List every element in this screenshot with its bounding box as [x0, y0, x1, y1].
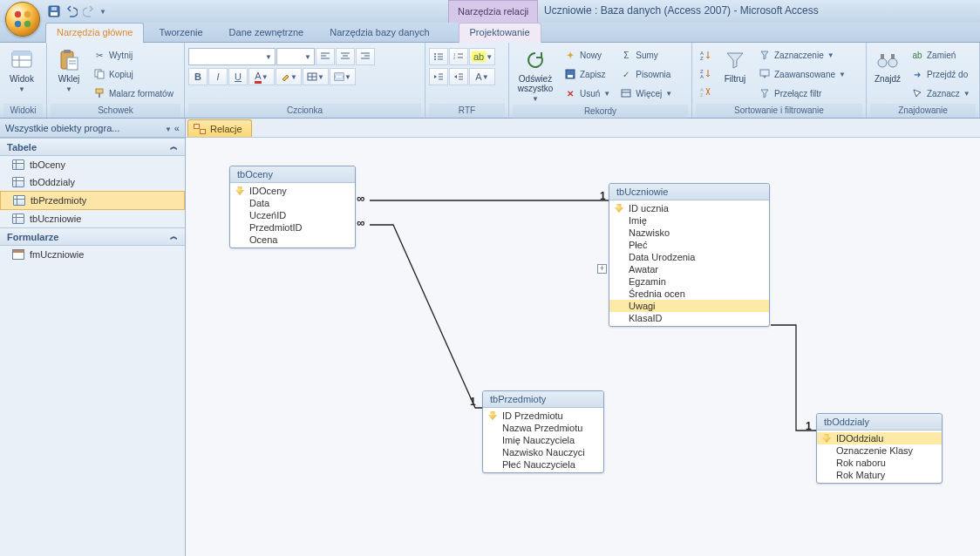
cut-button[interactable]: ✂Wytnij — [90, 46, 177, 64]
tab-database-tools[interactable]: Narzędzia bazy danych — [318, 23, 440, 43]
undo-icon[interactable] — [65, 4, 78, 18]
cardinality-many: ∞ — [357, 192, 364, 205]
field-idoceny[interactable]: IDOceny — [230, 185, 355, 197]
fill-color-button[interactable]: ▼ — [276, 68, 302, 85]
navpane-table-tboceny[interactable]: tbOceny — [0, 156, 185, 173]
field-rokmatury[interactable]: Rok Matury — [817, 469, 942, 481]
field-przedmiotid[interactable]: PrzedmiotID — [230, 221, 355, 234]
new-record-button[interactable]: ✦Nowy — [561, 46, 614, 64]
navpane-category-forms[interactable]: Formularze︽ — [0, 227, 185, 246]
filter-button[interactable]: Filtruj — [718, 46, 752, 85]
svg-rect-64 — [881, 54, 884, 59]
tab-create[interactable]: Tworzenie — [147, 23, 214, 43]
text-highlight-button[interactable]: ab▼ — [469, 48, 495, 65]
navigation-pane: Wszystkie obiekty progra...▼ « Tabele︽ t… — [0, 119, 186, 556]
field-awatar[interactable]: +Awatar — [609, 263, 769, 275]
view-button[interactable]: Widok▼ — [3, 46, 40, 95]
field-egzamin[interactable]: Egzamin — [609, 275, 769, 288]
tab-external-data[interactable]: Dane zewnętrzne — [218, 23, 316, 43]
field-klasaid[interactable]: KlasaID — [609, 312, 769, 324]
relbox-field-list: IDOceny Data UczeńID PrzedmiotID Ocena — [230, 183, 355, 247]
font-color-button[interactable]: A▼ — [248, 68, 275, 85]
bullets-button[interactable] — [429, 48, 448, 65]
field-nazwisko[interactable]: Nazwisko — [609, 227, 769, 239]
find-button[interactable]: Znajdź — [870, 46, 905, 85]
navpane-table-tbuczniowie[interactable]: tbUczniowie — [0, 210, 185, 227]
decrease-indent-button[interactable] — [429, 68, 448, 85]
field-uwagi[interactable]: Uwagi — [609, 300, 769, 312]
sort-asc-button[interactable]: AZ — [696, 46, 715, 64]
save-icon[interactable] — [47, 4, 61, 18]
field-roknaboru[interactable]: Rok naboru — [817, 457, 942, 469]
underline-button[interactable]: U — [228, 68, 248, 85]
advanced-filter-button[interactable]: Zaawansowane ▼ — [755, 65, 849, 83]
binoculars-icon — [875, 48, 900, 72]
navpane-category-tables[interactable]: Tabele︽ — [0, 138, 185, 156]
align-left-button[interactable] — [316, 48, 335, 65]
field-idprzedmiotu[interactable]: ID Przedmiotu — [483, 410, 603, 422]
italic-button[interactable]: I — [208, 68, 228, 85]
sort-desc-button[interactable]: ZA — [696, 64, 715, 82]
relbox-tboceny[interactable]: tbOceny IDOceny Data UczeńID PrzedmiotID… — [229, 166, 356, 248]
gridlines-button[interactable]: ▼ — [303, 68, 329, 85]
goto-button[interactable]: ➜Przejdź do — [908, 65, 974, 83]
field-iducznia[interactable]: ID ucznia — [609, 202, 769, 214]
field-oznaczenieklasy[interactable]: Oznaczenie Klasy — [817, 444, 942, 457]
group-sortfilter: AZ ZA AZ Filtruj Zaznaczenie ▼ Zaawansow… — [692, 43, 867, 118]
field-plec[interactable]: Płeć — [609, 239, 769, 251]
delete-record-button[interactable]: ✕Usuń ▼ — [561, 85, 614, 102]
replace-button[interactable]: abZamień — [908, 46, 974, 64]
doctab-relacje[interactable]: Relacje — [187, 119, 252, 137]
svg-rect-53 — [622, 90, 630, 97]
field-ocena[interactable]: Ocena — [230, 234, 355, 246]
new-icon: ✦ — [564, 49, 576, 61]
selection-filter-button[interactable]: Zaznaczenie ▼ — [755, 46, 849, 64]
relbox-tbprzedmioty[interactable]: tbPrzedmioty ID Przedmiotu Nazwa Przedmi… — [482, 390, 604, 473]
navpane-header[interactable]: Wszystkie obiekty progra...▼ « — [0, 119, 185, 138]
numbering-button[interactable]: 12 — [449, 48, 468, 65]
align-center-button[interactable] — [336, 48, 355, 65]
relationships-canvas[interactable]: ∞ 1 ∞ 1 ∞ 1 tbOceny IDOceny Data UczeńID… — [186, 138, 980, 556]
office-button[interactable] — [5, 2, 40, 37]
increase-indent-button[interactable] — [449, 68, 468, 85]
more-button[interactable]: Więcej ▼ — [616, 85, 676, 102]
refresh-all-button[interactable]: Odświeżwszystko▼ — [513, 46, 558, 105]
tab-design[interactable]: Projektowanie — [459, 23, 541, 43]
relbox-tbuczniowie[interactable]: tbUczniowie ID ucznia Imię Nazwisko Płeć… — [609, 183, 770, 327]
format-painter-button[interactable]: Malarz formatów — [90, 85, 177, 102]
copy-button[interactable]: Kopiuj — [90, 65, 177, 83]
field-uczenid[interactable]: UczeńID — [230, 209, 355, 221]
field-data[interactable]: Data — [230, 197, 355, 209]
field-imienauczyciela[interactable]: Imię Nauczyciela — [483, 434, 603, 446]
field-nazwiskonauczyci[interactable]: Nazwisko Nauczyci — [483, 446, 603, 458]
relbox-tboddzialy[interactable]: tbOddzialy IDOddzialu Oznaczenie Klasy R… — [816, 413, 943, 484]
bold-button[interactable]: B — [188, 68, 208, 85]
spelling-button[interactable]: ✓Pisownia — [616, 65, 676, 83]
field-plecnauczyciela[interactable]: Płeć Nauczyciela — [483, 458, 603, 471]
toggle-filter-button[interactable]: Przełącz filtr — [755, 85, 849, 102]
redo-icon[interactable] — [82, 4, 96, 18]
font-name-box[interactable]: ▼ — [188, 48, 276, 65]
save-record-button[interactable]: Zapisz — [561, 65, 614, 83]
field-imie[interactable]: Imię — [609, 214, 769, 227]
totals-button[interactable]: ΣSumy — [616, 46, 676, 64]
select-button[interactable]: Zaznacz ▼ — [908, 85, 974, 102]
qat-customize-icon[interactable]: ▼ — [99, 8, 106, 16]
navpane-table-tboddzialy[interactable]: tbOddzialy — [0, 173, 185, 191]
field-sredniaocen[interactable]: Średnia ocen — [609, 288, 769, 300]
navpane-form-fmuczniowie[interactable]: fmUczniowie — [0, 246, 185, 263]
field-dataurodzenia[interactable]: Data Urodzenia — [609, 251, 769, 263]
field-idoddzialu[interactable]: IDOddzialu — [817, 432, 942, 444]
alt-row-color-button[interactable]: ▼ — [330, 68, 356, 85]
align-right-button[interactable] — [356, 48, 375, 65]
cardinality-one: 1 — [470, 396, 476, 408]
group-clipboard-label: Schowek — [51, 104, 180, 118]
clear-sort-button[interactable]: AZ — [696, 83, 715, 100]
font-size-box[interactable]: ▼ — [276, 48, 315, 65]
navpane-table-tbprzedmioty[interactable]: tbPrzedmioty — [0, 191, 185, 210]
text-direction-button[interactable]: A▼ — [469, 68, 495, 85]
expand-icon[interactable]: + — [597, 264, 607, 274]
field-nazwaprzedmiotu[interactable]: Nazwa Przedmiotu — [483, 422, 603, 434]
paste-button[interactable]: Wklej▼ — [51, 46, 87, 95]
tab-home[interactable]: Narzędzia główne — [45, 23, 144, 43]
